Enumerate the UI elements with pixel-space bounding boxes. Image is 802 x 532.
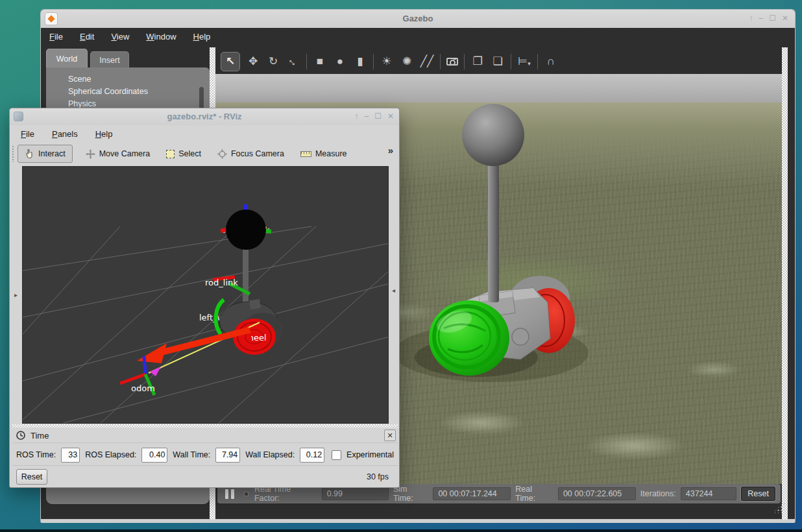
ruler-icon [300,151,311,157]
rtf-value: 0.99 [322,487,389,500]
right-panel-collapse-handle[interactable]: ◂ [392,287,395,294]
tree-item-spherical-coordinates[interactable]: Spherical Coordinates [46,86,210,98]
scale-tool-icon[interactable]: ↔ [284,53,302,71]
minimize-icon[interactable]: – [364,112,369,120]
ros-elapsed-label: ROS Elapsed: [85,450,136,459]
menu-panels[interactable]: Panels [52,129,78,139]
menu-edit[interactable]: Edit [80,32,94,42]
time-panel-footer: Reset 30 fps [12,466,398,487]
iterations-label: Iterations: [640,489,676,498]
spot-light-icon[interactable]: ✺ [400,56,414,67]
maximize-icon[interactable]: ☐ [769,14,776,22]
odom-frame-label: odom [131,383,155,393]
step-icon[interactable] [244,492,249,496]
experimental-label: Experimental [346,450,394,459]
menu-view[interactable]: View [111,32,129,42]
menu-window[interactable]: Window [146,32,176,42]
rviz-toolbar: Interact Move Camera Select Focus Camera [10,142,399,165]
desktop: Gazebo ↑ – ☐ ✕ File Edit View Window Hel… [0,0,802,532]
time-panel-fields: ROS Time: 33 ROS Elapsed: 0.40 Wall Time… [12,444,398,466]
clock-icon [16,431,25,440]
time-panel-header[interactable]: Time ✕ [12,428,398,443]
rviz-titlebar[interactable]: gazebo.rviz* - RViz ↑ – ☐ ✕ [10,108,399,125]
menu-file[interactable]: File [21,129,34,139]
real-time-label: Real Time: [515,485,553,503]
measure-label: Measure [315,149,347,158]
panel-splitter[interactable] [12,424,398,428]
ros-time-label: ROS Time: [16,450,56,459]
focus-camera-tool-button[interactable]: Focus Camera [214,145,287,163]
shade-icon[interactable]: ↑ [749,14,753,22]
tab-insert-label: Insert [99,56,119,65]
fps-counter: 30 fps [367,472,394,481]
menu-file[interactable]: File [49,32,63,42]
paste-icon[interactable]: ❏ [491,56,505,67]
interact-tool-button[interactable]: Interact [18,145,73,163]
cylinder-shape-icon[interactable]: ▮ [353,56,367,67]
focus-camera-label: Focus Camera [231,149,284,158]
splitter-right[interactable] [782,47,788,520]
gazebo-menubar: File Edit View Window Help [41,28,795,45]
toolbar-overflow-button[interactable]: » [388,145,393,156]
select-tool-button[interactable]: Select [163,145,204,163]
rotate-tool-icon[interactable]: ↻ [266,56,280,67]
gazebo-titlebar[interactable]: Gazebo ↑ – ☐ ✕ [41,10,795,28]
rviz-window-title: gazebo.rviz* - RViz [10,112,399,121]
copy-icon[interactable]: ❐ [470,56,485,67]
select-label: Select [178,149,201,158]
interact-label: Interact [38,149,66,158]
move-camera-label: Move Camera [99,149,151,158]
arrow-select-tool-icon[interactable]: ↖ [221,52,240,71]
tab-world-label: World [56,54,77,64]
tab-world[interactable]: World [46,49,88,68]
wall-time-input[interactable]: 7.94 [215,448,240,463]
move-camera-tool-button[interactable]: Move Camera [82,145,154,163]
crosshair-icon [217,149,227,159]
menu-help[interactable]: Help [193,32,211,42]
time-panel-close-button[interactable]: ✕ [384,429,396,441]
close-icon[interactable]: ✕ [782,14,788,22]
gazebo-reset-button[interactable]: Reset [741,487,775,501]
rviz-menubar: File Panels Help [10,125,399,142]
close-icon[interactable]: ✕ [387,112,394,120]
menu-help[interactable]: Help [95,129,113,139]
directional-light-icon[interactable]: ╱╱ [420,56,434,67]
rod-link-label: rod_link [205,278,238,287]
box-shape-icon[interactable]: ■ [313,56,327,67]
gazebo-window-title: Gazebo [41,14,795,23]
ros-elapsed-input[interactable]: 0.40 [141,448,167,463]
ros-time-input[interactable]: 33 [61,448,80,463]
rviz-3d-viewport[interactable]: weight_link rod_link left_wheel right_wh… [22,166,389,424]
pause-icon[interactable] [225,489,234,499]
sim-time-value: 00 00:07:17.244 [433,487,511,500]
rviz-reset-button[interactable]: Reset [16,469,47,485]
hand-icon [25,149,34,159]
left-panel-collapse-handle[interactable]: ▸ [14,291,18,298]
time-panel-title: Time [30,431,49,441]
iterations-value: 437244 [681,487,737,500]
move-arrows-icon [86,149,95,159]
shade-icon[interactable]: ↑ [354,112,358,120]
maximize-icon[interactable]: ☐ [374,112,382,120]
tab-insert[interactable]: Insert [90,51,129,68]
point-light-icon[interactable]: ☀ [380,56,394,67]
experimental-checkbox[interactable] [332,450,341,460]
rviz-scene: weight_link rod_link left_wheel right_wh… [23,167,389,424]
wall-elapsed-label: Wall Elapsed: [245,450,295,459]
translate-tool-icon[interactable]: ✥ [246,56,260,67]
tree-item-scene[interactable]: Scene [46,73,210,86]
sphere-shape-icon[interactable]: ● [333,56,347,67]
minimize-icon[interactable]: – [759,14,763,22]
wall-elapsed-input[interactable]: 0.12 [300,448,324,463]
rviz-window: gazebo.rviz* - RViz ↑ – ☐ ✕ File Panels … [9,108,400,488]
selection-box-icon [166,150,175,158]
align-tool-icon[interactable]: ⊨▾ [517,56,531,67]
gazebo-toolbar: ↖ ✥ ↻ ↔ ■ ● ▮ ☀ ✺ ╱╱ ❐ ❏ ⊨▾ ∩ [215,49,782,74]
real-time-value: 00 00:07:22.605 [558,487,636,500]
joint-magnet-icon[interactable]: ∩ [544,56,558,67]
screenshot-camera-icon[interactable] [446,58,458,66]
wall-time-label: Wall Time: [173,450,210,459]
measure-tool-button[interactable]: Measure [297,145,350,163]
